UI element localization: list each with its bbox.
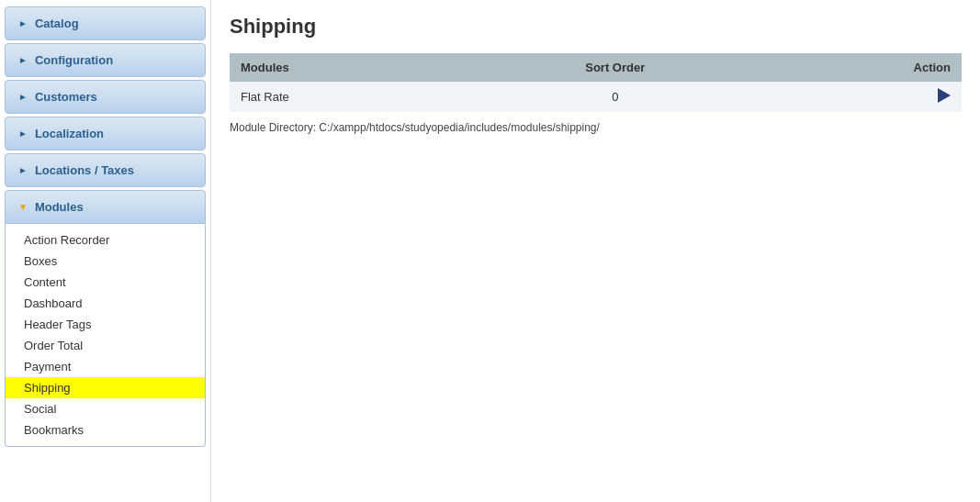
sidebar-item-bookmarks[interactable]: Bookmarks (6, 419, 205, 441)
sidebar-section-localization: ► Localization (0, 117, 210, 151)
cell-module-name: Flat Rate (230, 82, 474, 112)
modules-list: Action Recorder Boxes Content Dashboard … (5, 224, 206, 447)
sidebar-item-catalog[interactable]: ► Catalog (5, 6, 206, 40)
sidebar-section-modules: ▼ Modules Action Recorder Boxes Content … (5, 190, 206, 447)
sidebar-item-dashboard[interactable]: Dashboard (6, 293, 205, 314)
sidebar-label-locations-taxes: Locations / Taxes (35, 163, 134, 177)
sidebar-item-boxes[interactable]: Boxes (6, 251, 205, 272)
col-header-modules: Modules (230, 53, 474, 82)
sidebar-section-locations-taxes: ► Locations / Taxes (0, 153, 210, 187)
chevron-right-icon: ► (18, 128, 28, 139)
sidebar-item-content[interactable]: Content (6, 272, 205, 293)
sidebar-item-payment[interactable]: Payment (6, 356, 205, 377)
main-content: Shipping Modules Sort Order Action Flat … (211, 0, 980, 502)
sidebar-item-locations-taxes[interactable]: ► Locations / Taxes (5, 153, 206, 187)
cell-action[interactable] (757, 82, 962, 112)
module-directory: Module Directory: C:/xampp/htdocs/studyo… (230, 121, 962, 134)
sidebar-label-configuration: Configuration (35, 53, 113, 67)
sidebar-item-action-recorder[interactable]: Action Recorder (6, 229, 205, 251)
sidebar-label-catalog: Catalog (35, 17, 79, 30)
sidebar-item-social[interactable]: Social (6, 398, 205, 419)
page-title: Shipping (230, 15, 962, 39)
sidebar-label-localization: Localization (35, 127, 104, 140)
sidebar-item-shipping[interactable]: Shipping (6, 377, 205, 398)
sidebar-item-order-total[interactable]: Order Total (6, 335, 205, 356)
chevron-right-icon: ► (18, 18, 28, 28)
chevron-right-icon: ► (18, 55, 28, 65)
chevron-right-icon: ► (18, 92, 28, 102)
col-header-sort-order: Sort Order (474, 53, 757, 82)
sidebar: ► Catalog ► Configuration ► Customers ► … (0, 0, 211, 502)
sidebar-item-localization[interactable]: ► Localization (5, 117, 206, 151)
col-header-action: Action (757, 53, 962, 82)
sidebar-section-configuration: ► Configuration (0, 43, 210, 77)
sidebar-label-modules: Modules (35, 200, 84, 214)
sidebar-label-customers: Customers (35, 90, 97, 104)
sidebar-item-header-tags[interactable]: Header Tags (6, 314, 205, 335)
table-row: Flat Rate 0 (230, 82, 962, 112)
sidebar-section-catalog: ► Catalog (0, 6, 210, 40)
sidebar-item-customers[interactable]: ► Customers (5, 80, 206, 114)
chevron-down-icon: ▼ (18, 202, 28, 212)
sidebar-item-modules[interactable]: ▼ Modules (5, 190, 206, 224)
shipping-table: Modules Sort Order Action Flat Rate 0 (230, 53, 962, 112)
sidebar-section-customers: ► Customers (0, 80, 210, 114)
play-icon[interactable] (938, 88, 951, 103)
chevron-right-icon: ► (18, 165, 28, 175)
sidebar-item-configuration[interactable]: ► Configuration (5, 43, 206, 77)
cell-sort-order: 0 (474, 82, 757, 112)
